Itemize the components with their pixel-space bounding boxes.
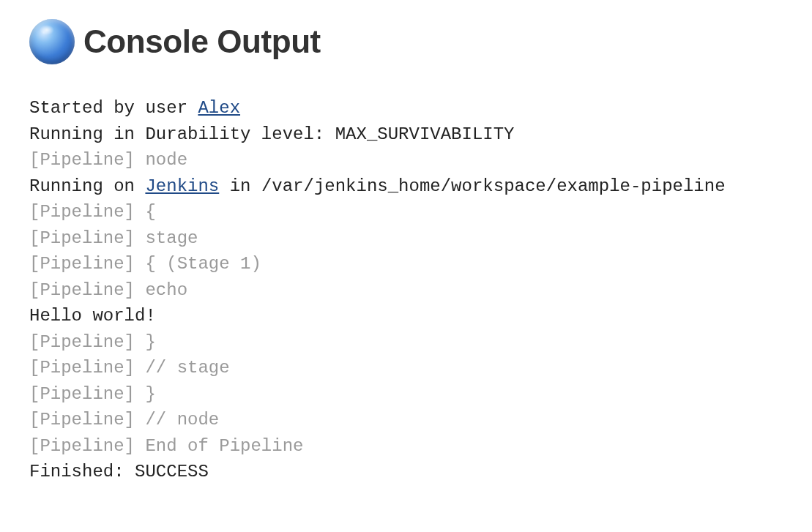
console-line-pipeline-node: [Pipeline] node xyxy=(29,150,187,170)
console-line-open-brace: [Pipeline] { xyxy=(29,202,156,222)
running-on-prefix: Running on xyxy=(29,176,145,196)
console-line-echo-output: Hello world! xyxy=(29,306,156,326)
running-on-path: in /var/jenkins_home/workspace/example-p… xyxy=(219,176,725,196)
console-output: Started by user Alex Running in Durabili… xyxy=(29,95,783,485)
console-line-pipeline-end: [Pipeline] End of Pipeline xyxy=(29,436,303,456)
user-link[interactable]: Alex xyxy=(198,98,240,118)
console-line-end-stage: [Pipeline] // stage xyxy=(29,358,230,378)
console-line-stage: [Pipeline] stage xyxy=(29,228,198,248)
node-link[interactable]: Jenkins xyxy=(145,176,219,196)
console-line-echo: [Pipeline] echo xyxy=(29,280,187,300)
page-header: Console Output xyxy=(29,19,783,64)
console-line-close-1: [Pipeline] } xyxy=(29,332,156,352)
console-line-durability: Running in Durability level: MAX_SURVIVA… xyxy=(29,124,515,144)
started-by-text: Started by user xyxy=(29,98,198,118)
console-line-close-2: [Pipeline] } xyxy=(29,384,156,404)
console-line-started: Started by user Alex xyxy=(29,98,240,118)
page-title: Console Output xyxy=(83,23,321,60)
build-status-ball-icon xyxy=(29,19,75,64)
console-line-finished: Finished: SUCCESS xyxy=(29,462,209,482)
console-line-end-node: [Pipeline] // node xyxy=(29,410,219,430)
console-line-stage-open: [Pipeline] { (Stage 1) xyxy=(29,254,261,274)
console-line-running-on: Running on Jenkins in /var/jenkins_home/… xyxy=(29,176,726,196)
